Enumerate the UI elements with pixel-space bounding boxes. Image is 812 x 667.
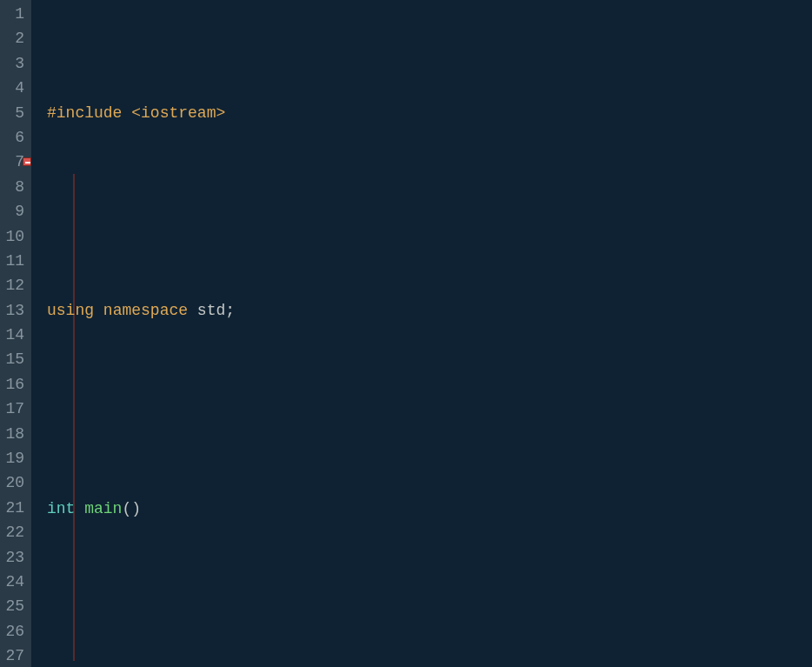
code-line[interactable] — [47, 199, 812, 223]
line-number[interactable]: 6 — [3, 125, 24, 150]
code-line[interactable] — [47, 595, 812, 619]
line-number[interactable]: 3 — [3, 51, 24, 76]
code-line[interactable] — [47, 397, 812, 422]
code-line[interactable]: int main() — [47, 497, 812, 521]
line-number[interactable]: 19 — [3, 446, 24, 470]
line-number[interactable]: 15 — [3, 347, 24, 371]
type: int — [47, 500, 75, 517]
preprocessor: #include — [47, 104, 122, 122]
angle-close: > — [216, 104, 225, 122]
identifier: std — [197, 302, 225, 319]
function: main — [84, 500, 122, 517]
punct: ; — [225, 302, 235, 319]
line-number[interactable]: 2 — [3, 26, 24, 50]
line-number[interactable]: 17 — [3, 397, 24, 421]
line-number[interactable]: 21 — [3, 496, 24, 520]
line-number[interactable]: 27 — [3, 644, 24, 667]
code-editor: 1 2 3 4 5 6 7 8 9 10 11 12 13 14 15 16 1… — [0, 0, 812, 667]
line-number[interactable]: 20 — [3, 470, 24, 495]
code-line[interactable]: using namespace std; — [47, 298, 812, 323]
line-number[interactable]: 14 — [3, 323, 24, 347]
line-number[interactable]: 7 — [3, 150, 24, 174]
line-number[interactable]: 16 — [3, 372, 24, 397]
line-number[interactable]: 9 — [3, 199, 24, 223]
keyword: using — [47, 302, 94, 319]
line-number[interactable]: 12 — [3, 273, 24, 297]
line-number[interactable]: 18 — [3, 422, 24, 446]
code-area[interactable]: #include <iostream> using namespace std;… — [31, 0, 812, 667]
line-number[interactable]: 5 — [3, 101, 24, 125]
line-number[interactable]: 11 — [3, 249, 24, 273]
line-number[interactable]: 1 — [3, 2, 24, 26]
line-number[interactable]: 22 — [3, 520, 24, 544]
code-line[interactable]: #include <iostream> — [47, 101, 812, 125]
keyword: namespace — [103, 302, 188, 319]
line-number[interactable]: 26 — [3, 619, 24, 644]
line-number[interactable]: 24 — [3, 570, 24, 594]
fold-collapse-icon[interactable] — [23, 157, 31, 166]
angle-open: < — [131, 104, 141, 122]
line-number[interactable]: 23 — [3, 545, 24, 570]
line-number[interactable]: 4 — [3, 76, 24, 100]
line-number[interactable]: 25 — [3, 594, 24, 618]
header-name: iostream — [141, 104, 216, 122]
line-number[interactable]: 8 — [3, 175, 24, 199]
line-number[interactable]: 10 — [3, 224, 24, 249]
parens: () — [122, 500, 141, 517]
line-number-gutter: 1 2 3 4 5 6 7 8 9 10 11 12 13 14 15 16 1… — [0, 0, 31, 667]
line-number[interactable]: 13 — [3, 298, 24, 323]
